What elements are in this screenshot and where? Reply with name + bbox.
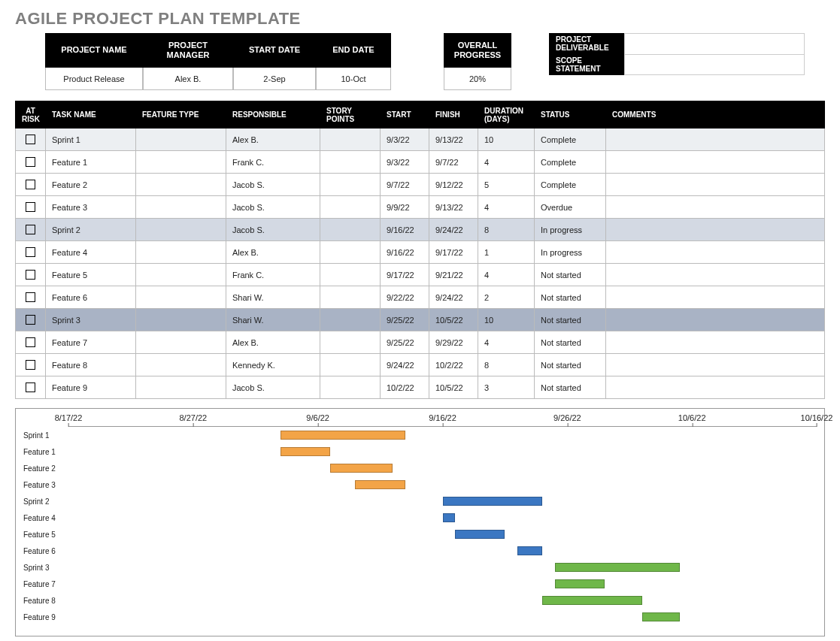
cell[interactable]	[320, 219, 381, 241]
cell[interactable]: 9/7/22	[429, 151, 478, 174]
cell[interactable]: Feature 5	[46, 264, 136, 286]
cell[interactable]: Not started	[535, 286, 606, 309]
cell[interactable]	[136, 241, 226, 264]
val-scope-statement[interactable]	[624, 54, 805, 75]
cell[interactable]: In progress	[535, 241, 606, 264]
cell[interactable]: 10/2/22	[429, 354, 478, 376]
cell[interactable]: Feature 8	[46, 354, 136, 376]
cell[interactable]	[606, 196, 825, 219]
cell[interactable]: Shari W.	[226, 286, 320, 309]
val-project-manager[interactable]: Alex B.	[143, 68, 233, 90]
cell[interactable]: 10	[478, 129, 535, 151]
cell[interactable]: 4	[478, 196, 535, 219]
cell[interactable]: 8	[478, 219, 535, 241]
cell[interactable]: 9/13/22	[429, 196, 478, 219]
cell[interactable]: 9/25/22	[381, 309, 429, 331]
cell[interactable]	[606, 331, 825, 354]
cell[interactable]: Feature 9	[46, 376, 136, 399]
cell[interactable]: 9/12/22	[429, 174, 478, 196]
cell[interactable]	[136, 129, 226, 151]
cell[interactable]: Not started	[535, 309, 606, 331]
cell[interactable]: Feature 3	[46, 196, 136, 219]
cell[interactable]: 9/9/22	[381, 196, 429, 219]
cell[interactable]	[606, 219, 825, 241]
at-risk-checkbox[interactable]	[26, 337, 35, 347]
cell[interactable]	[320, 286, 381, 309]
at-risk-checkbox[interactable]	[26, 382, 35, 392]
cell[interactable]: Sprint 2	[46, 219, 136, 241]
cell[interactable]: Sprint 1	[46, 129, 136, 151]
cell[interactable]	[606, 286, 825, 309]
cell[interactable]: Jacob S.	[226, 196, 320, 219]
cell[interactable]	[606, 151, 825, 174]
cell[interactable]: 9/16/22	[381, 219, 429, 241]
cell[interactable]: 9/3/22	[381, 129, 429, 151]
cell[interactable]	[136, 264, 226, 286]
cell[interactable]	[320, 331, 381, 354]
at-risk-checkbox[interactable]	[26, 157, 35, 167]
at-risk-checkbox[interactable]	[26, 135, 35, 144]
cell[interactable]: 9/16/22	[381, 241, 429, 264]
cell[interactable]: 9/25/22	[381, 331, 429, 354]
at-risk-checkbox[interactable]	[26, 225, 35, 234]
cell[interactable]	[136, 151, 226, 174]
at-risk-checkbox[interactable]	[26, 292, 35, 302]
val-project-name[interactable]: Product Release	[45, 68, 143, 90]
cell[interactable]: 9/22/22	[381, 286, 429, 309]
cell[interactable]: 10/5/22	[429, 376, 478, 399]
at-risk-checkbox[interactable]	[26, 180, 35, 189]
cell[interactable]: 9/17/22	[429, 241, 478, 264]
cell[interactable]	[320, 151, 381, 174]
cell[interactable]: 3	[478, 376, 535, 399]
cell[interactable]: 9/3/22	[381, 151, 429, 174]
cell[interactable]: In progress	[535, 219, 606, 241]
at-risk-checkbox[interactable]	[26, 360, 35, 370]
val-project-deliverable[interactable]	[624, 33, 805, 54]
cell[interactable]	[606, 264, 825, 286]
cell[interactable]: 9/17/22	[381, 264, 429, 286]
cell[interactable]	[606, 354, 825, 376]
cell[interactable]	[320, 129, 381, 151]
cell[interactable]: Feature 7	[46, 331, 136, 354]
cell[interactable]: 9/24/22	[381, 354, 429, 376]
cell[interactable]: Shari W.	[226, 309, 320, 331]
at-risk-checkbox[interactable]	[26, 315, 35, 325]
cell[interactable]: 2	[478, 286, 535, 309]
cell[interactable]: Complete	[535, 151, 606, 174]
cell[interactable]: Frank C.	[226, 151, 320, 174]
cell[interactable]	[136, 309, 226, 331]
cell[interactable]	[320, 264, 381, 286]
cell[interactable]	[136, 376, 226, 399]
at-risk-checkbox[interactable]	[26, 270, 35, 280]
at-risk-checkbox[interactable]	[26, 247, 35, 257]
cell[interactable]: 8	[478, 354, 535, 376]
cell[interactable]: Not started	[535, 354, 606, 376]
cell[interactable]: Frank C.	[226, 264, 320, 286]
cell[interactable]	[136, 196, 226, 219]
cell[interactable]: 10/2/22	[381, 376, 429, 399]
cell[interactable]: 4	[478, 331, 535, 354]
cell[interactable]: 4	[478, 264, 535, 286]
cell[interactable]	[606, 174, 825, 196]
cell[interactable]	[320, 309, 381, 331]
cell[interactable]: Jacob S.	[226, 174, 320, 196]
cell[interactable]: Kennedy K.	[226, 354, 320, 376]
cell[interactable]: Feature 4	[46, 241, 136, 264]
cell[interactable]: Feature 6	[46, 286, 136, 309]
cell[interactable]: 9/21/22	[429, 264, 478, 286]
cell[interactable]	[136, 286, 226, 309]
cell[interactable]: Feature 2	[46, 174, 136, 196]
cell[interactable]: Alex B.	[226, 129, 320, 151]
cell[interactable]	[606, 376, 825, 399]
at-risk-checkbox[interactable]	[26, 202, 35, 212]
cell[interactable]	[136, 174, 226, 196]
val-start-date[interactable]: 2-Sep	[233, 68, 316, 90]
cell[interactable]	[320, 376, 381, 399]
cell[interactable]	[136, 331, 226, 354]
cell[interactable]	[606, 309, 825, 331]
cell[interactable]: Jacob S.	[226, 376, 320, 399]
cell[interactable]: Not started	[535, 264, 606, 286]
cell[interactable]	[136, 354, 226, 376]
val-end-date[interactable]: 10-Oct	[316, 68, 391, 90]
cell[interactable]: 9/24/22	[429, 219, 478, 241]
